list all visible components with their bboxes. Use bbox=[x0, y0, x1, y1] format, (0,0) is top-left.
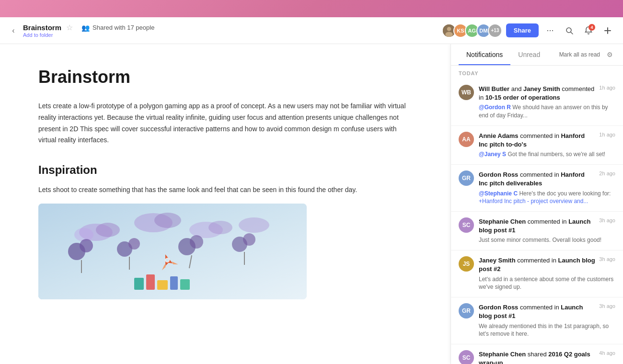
notification-time: 1h ago bbox=[599, 132, 615, 137]
notification-top-line: Gordon Ross commented in Launch blog pos… bbox=[479, 303, 615, 320]
notification-time: 2h ago bbox=[599, 171, 615, 176]
header-right: KS AG DM +13 Share ··· 4 bbox=[442, 23, 615, 38]
notifications-list: TODAY WB Will Butler and Janey Smith com… bbox=[451, 66, 623, 364]
notification-message: Just some minor comments. Overall looks … bbox=[479, 236, 615, 244]
notification-content: Janey Smith commented in Launch blog pos… bbox=[479, 256, 615, 291]
avatar: WB bbox=[459, 85, 474, 100]
notification-content: Annie Adams commented in Hanford Inc pit… bbox=[479, 132, 615, 159]
header: ‹ Brainstorm ☆ 👥 Shared with 17 people A… bbox=[0, 17, 623, 44]
svg-point-26 bbox=[243, 233, 255, 246]
add-to-folder-link[interactable]: Add to folder bbox=[23, 32, 154, 38]
notifications-panel: Notifications Unread Mark all as read ⚙ … bbox=[450, 44, 623, 364]
document-title: Brainstorm bbox=[23, 23, 61, 32]
doc-title-section: Brainstorm ☆ 👥 Shared with 17 people Add… bbox=[23, 23, 154, 38]
notification-time: 1h ago bbox=[599, 85, 615, 91]
avatar: JS bbox=[459, 256, 474, 272]
notification-names: Stephanie Chen commented in Launch blog … bbox=[479, 217, 599, 235]
document-image: GeoBlast bbox=[38, 204, 307, 299]
document-area: Brainstorm Lets create a low-fi prototyp… bbox=[0, 44, 450, 364]
top-bar bbox=[0, 0, 623, 17]
tab-notifications[interactable]: Notifications bbox=[459, 44, 510, 65]
notification-names: Gordon Ross commented in Launch blog pos… bbox=[479, 303, 599, 320]
notifications-header: Notifications Unread Mark all as read ⚙ bbox=[451, 44, 623, 66]
notification-names: Janey Smith commented in Launch blog pos… bbox=[479, 256, 599, 273]
people-icon: 👥 bbox=[81, 24, 90, 32]
list-item[interactable]: WB Will Butler and Janey Smith commented… bbox=[451, 79, 623, 126]
avatar: AA bbox=[459, 132, 474, 147]
avatar: SC bbox=[459, 350, 474, 364]
notification-message: @Gordon R We should have an answer on th… bbox=[479, 103, 615, 120]
list-item[interactable]: GR Gordon Ross commented in Hanford Inc … bbox=[451, 165, 623, 212]
notification-top-line: Stephanie Chen shared 2016 Q2 goals wrap… bbox=[479, 350, 615, 364]
svg-point-12 bbox=[154, 213, 181, 228]
notifications-settings-icon[interactable]: ⚙ bbox=[604, 49, 615, 60]
notification-message: @Stephanie C Here's the doc you were loo… bbox=[479, 190, 615, 206]
share-button[interactable]: Share bbox=[506, 23, 539, 37]
notification-top-line: Stephanie Chen commented in Launch blog … bbox=[479, 217, 615, 235]
notification-time: 4h ago bbox=[599, 350, 615, 356]
notification-top-line: Will Butler and Janey Smith commented in… bbox=[479, 85, 615, 102]
svg-rect-37 bbox=[180, 279, 190, 290]
svg-point-23 bbox=[190, 235, 203, 249]
shared-people-section: 👥 Shared with 17 people bbox=[81, 24, 154, 32]
notification-top-line: Janey Smith commented in Launch blog pos… bbox=[479, 256, 615, 273]
svg-point-15 bbox=[239, 217, 269, 233]
svg-line-4 bbox=[571, 32, 573, 34]
notification-top-line: Annie Adams commented in Hanford Inc pit… bbox=[479, 132, 615, 149]
notification-names: Annie Adams commented in Hanford Inc pit… bbox=[479, 132, 599, 149]
avatar: GR bbox=[459, 303, 474, 318]
shared-text: Shared with 17 people bbox=[92, 24, 154, 31]
notification-top-line: Gordon Ross commented in Hanford Inc pit… bbox=[479, 171, 615, 188]
document-section-title: Inspiration bbox=[38, 163, 412, 177]
avatar-count: +13 bbox=[488, 23, 502, 38]
document-body-p1: Lets create a low-fi prototype of a poly… bbox=[38, 101, 412, 146]
svg-point-20 bbox=[128, 238, 140, 250]
star-icon[interactable]: ☆ bbox=[66, 23, 73, 32]
notification-names: Will Butler and Janey Smith commented in… bbox=[479, 85, 599, 102]
back-button[interactable]: ‹ bbox=[8, 25, 19, 36]
header-left: ‹ Brainstorm ☆ 👥 Shared with 17 people A… bbox=[8, 23, 442, 38]
list-item[interactable]: AA Annie Adams commented in Hanford Inc … bbox=[451, 126, 623, 165]
svg-point-9 bbox=[96, 223, 120, 237]
avatar-group: KS AG DM +13 bbox=[442, 23, 502, 38]
notifications-tabs: Notifications Unread bbox=[459, 44, 548, 65]
main-layout: Brainstorm Lets create a low-fi prototyp… bbox=[0, 44, 623, 364]
search-button[interactable] bbox=[562, 23, 577, 38]
svg-rect-34 bbox=[146, 274, 155, 290]
today-label: TODAY bbox=[451, 66, 623, 79]
svg-rect-35 bbox=[157, 280, 168, 290]
notification-time: 3h ago bbox=[599, 217, 615, 223]
notification-time: 3h ago bbox=[599, 303, 615, 309]
notification-content: Will Butler and Janey Smith commented in… bbox=[479, 85, 615, 120]
notification-message: Let's add in a sentence about some of th… bbox=[479, 275, 615, 292]
mark-all-read-button[interactable]: Mark all as read bbox=[559, 51, 600, 58]
notification-content: Stephanie Chen commented in Launch blog … bbox=[479, 217, 615, 244]
notification-names: Gordon Ross commented in Hanford Inc pit… bbox=[479, 171, 599, 188]
avatar: GR bbox=[459, 171, 474, 186]
tab-unread[interactable]: Unread bbox=[510, 44, 548, 65]
more-options-button[interactable]: ··· bbox=[542, 23, 558, 38]
notification-time: 3h ago bbox=[599, 256, 615, 262]
svg-point-1 bbox=[447, 27, 451, 31]
notifications-button[interactable]: 4 bbox=[581, 23, 596, 38]
svg-point-17 bbox=[80, 239, 93, 252]
create-new-button[interactable] bbox=[600, 23, 615, 38]
notification-content: Gordon Ross commented in Launch blog pos… bbox=[479, 303, 615, 338]
list-item[interactable]: JS Janey Smith commented in Launch blog … bbox=[451, 250, 623, 297]
list-item[interactable]: GR Gordon Ross commented in Launch blog … bbox=[451, 297, 623, 344]
notification-message: @Janey S Got the final numbers, so we're… bbox=[479, 150, 615, 159]
svg-point-10 bbox=[74, 228, 93, 241]
notification-message: We already mentioned this in the 1st par… bbox=[479, 322, 615, 339]
avatar: SC bbox=[459, 217, 474, 233]
document-body-p2: Lets shoot to create something that has … bbox=[38, 184, 412, 196]
list-item[interactable]: SC Stephanie Chen shared 2016 Q2 goals w… bbox=[451, 344, 623, 364]
svg-rect-36 bbox=[170, 276, 178, 290]
notification-content: Stephanie Chen shared 2016 Q2 goals wrap… bbox=[479, 350, 615, 364]
notification-content: Gordon Ross commented in Hanford Inc pit… bbox=[479, 171, 615, 205]
svg-point-14 bbox=[208, 221, 232, 234]
notifications-header-right: Mark all as read ⚙ bbox=[559, 49, 615, 60]
svg-rect-33 bbox=[134, 278, 144, 290]
list-item[interactable]: SC Stephanie Chen commented in Launch bl… bbox=[451, 212, 623, 250]
document-heading: Brainstorm bbox=[38, 67, 412, 87]
notification-names: Stephanie Chen shared 2016 Q2 goals wrap… bbox=[479, 350, 599, 364]
